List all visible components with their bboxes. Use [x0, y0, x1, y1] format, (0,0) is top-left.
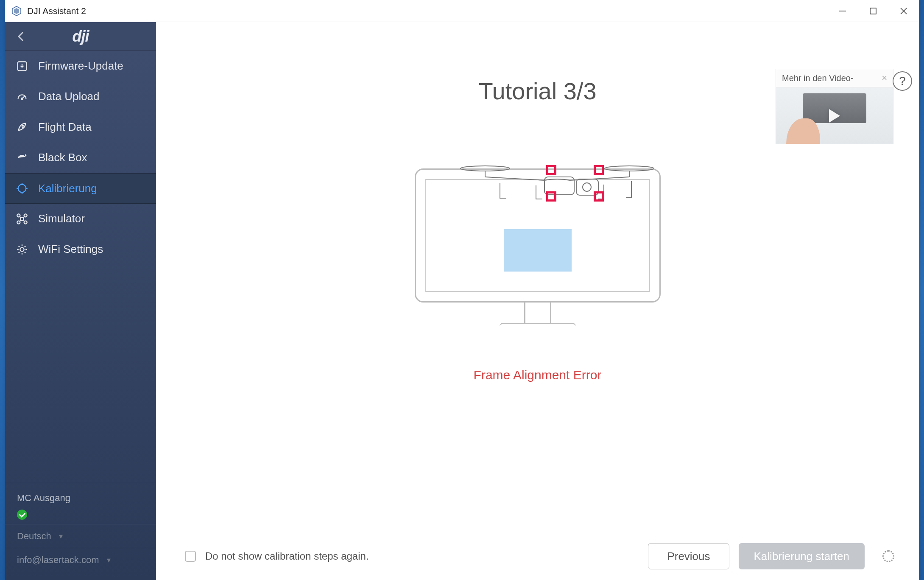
svg-point-8 — [21, 98, 23, 99]
nav-label: Black Box — [38, 151, 87, 164]
sidebar-header: dji — [5, 22, 156, 51]
bottom-bar: Do not show calibration steps again. Pre… — [156, 532, 919, 580]
nav-firmware-update[interactable]: Firmware-Update — [5, 51, 156, 81]
download-chip-icon — [15, 59, 29, 73]
nav-calibration[interactable]: Kalibrierung — [5, 173, 156, 204]
status-label: MC Ausgang — [17, 493, 144, 504]
sidebar: dji Firmware-Update Data Upload — [5, 22, 156, 580]
svg-point-25 — [461, 166, 510, 171]
gauge-icon — [15, 90, 29, 104]
language-label: Deutsch — [17, 531, 51, 542]
titlebar: DJI Assistant 2 — [5, 0, 919, 22]
minimize-button[interactable] — [827, 0, 858, 22]
help-card-header: Mehr in den Video- × — [776, 69, 893, 87]
loading-spinner-icon — [882, 550, 894, 562]
svg-point-10 — [18, 185, 26, 193]
app-title: DJI Assistant 2 — [27, 6, 86, 16]
close-button[interactable] — [888, 0, 919, 22]
account-label: info@lasertack.com — [17, 555, 99, 566]
svg-point-9 — [22, 125, 24, 127]
svg-line-22 — [20, 220, 21, 221]
caret-down-icon: ▾ — [59, 532, 63, 541]
close-icon[interactable]: × — [882, 73, 887, 84]
account-selector[interactable]: info@lasertack.com ▾ — [5, 548, 156, 572]
dont-show-checkbox[interactable] — [185, 551, 196, 562]
drone-icon — [15, 212, 29, 226]
nav-wifi-settings[interactable]: WiFi Settings — [5, 234, 156, 265]
dont-show-label: Do not show calibration steps again. — [205, 550, 369, 562]
main-content: Tutorial 3/3 — [156, 22, 919, 532]
help-video-card: Mehr in den Video- × — [776, 69, 893, 144]
svg-line-21 — [23, 216, 25, 218]
svg-point-26 — [605, 166, 654, 171]
start-calibration-button[interactable]: Kalibrierung starten — [739, 543, 865, 569]
nav-black-box[interactable]: Black Box — [5, 143, 156, 173]
main-panel: Tutorial 3/3 — [156, 22, 919, 580]
rocket-icon — [15, 120, 29, 134]
language-selector[interactable]: Deutsch ▾ — [5, 524, 156, 548]
back-button[interactable] — [15, 31, 27, 42]
nav-label: Firmware-Update — [38, 59, 123, 73]
nav-label: Flight Data — [38, 120, 92, 134]
dji-logo: dji — [27, 28, 146, 45]
sidebar-nav: Firmware-Update Data Upload Flight Data — [5, 51, 156, 265]
error-message: Frame Alignment Error — [474, 368, 602, 382]
play-icon — [829, 109, 840, 123]
status-ok-icon — [17, 510, 27, 520]
nav-label: Data Upload — [38, 90, 100, 103]
nav-data-upload[interactable]: Data Upload — [5, 81, 156, 112]
help-button[interactable]: ? — [893, 71, 912, 91]
focus-bracket-icon — [546, 165, 604, 202]
calibration-illustration — [415, 147, 661, 334]
app-window: DJI Assistant 2 dji — [5, 0, 919, 580]
nav-label: Kalibrierung — [38, 182, 97, 195]
maximize-button[interactable] — [858, 0, 888, 22]
svg-point-24 — [20, 247, 24, 251]
nav-simulator[interactable]: Simulator — [5, 204, 156, 234]
sidebar-footer: MC Ausgang Deutsch ▾ info@lasertack.com … — [5, 483, 156, 580]
gear-icon — [15, 243, 29, 256]
svg-line-20 — [20, 216, 21, 218]
app-icon — [11, 6, 22, 17]
nav-label: Simulator — [38, 212, 85, 225]
mc-status: MC Ausgang — [5, 483, 156, 524]
nav-flight-data[interactable]: Flight Data — [5, 112, 156, 143]
svg-marker-1 — [14, 8, 19, 14]
window-controls — [827, 0, 919, 22]
tutorial-title: Tutorial 3/3 — [478, 77, 596, 105]
share-arrow-icon — [15, 151, 29, 165]
svg-rect-3 — [870, 8, 876, 14]
svg-line-23 — [23, 220, 25, 221]
caret-down-icon: ▾ — [107, 555, 111, 565]
crosshair-icon — [15, 182, 29, 195]
nav-label: WiFi Settings — [38, 243, 103, 256]
previous-button[interactable]: Previous — [648, 543, 729, 569]
help-tooltip-text: Mehr in den Video- — [782, 73, 854, 83]
help-video-thumbnail[interactable] — [776, 87, 893, 144]
